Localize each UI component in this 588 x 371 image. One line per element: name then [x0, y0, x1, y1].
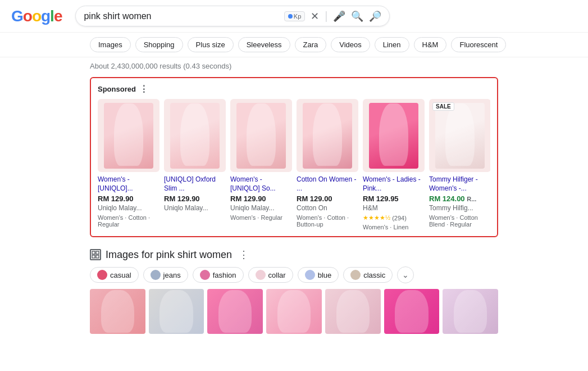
svg-rect-0 — [92, 251, 95, 254]
product-title-6[interactable]: Tommy Hilfiger - Women's -... — [429, 175, 490, 193]
more-filters-button[interactable]: ⌄ — [397, 266, 414, 283]
product-price-4: RM 129.00 — [297, 194, 358, 203]
product-price-5: RM 129.95 — [363, 194, 425, 203]
images-section: Images for pink shirt women ⋮ casual jea… — [0, 244, 588, 338]
images-header: Images for pink shirt women ⋮ — [90, 248, 498, 261]
clear-search-button[interactable]: ✕ — [311, 10, 319, 22]
product-image-6 — [429, 99, 490, 172]
rating-count-5: (294) — [392, 215, 407, 221]
product-card-4[interactable]: Cotton On Women - ... RM 129.00 Cotton O… — [297, 99, 358, 230]
img-pill-thumb-fashion — [200, 270, 210, 280]
product-card-3[interactable]: Women's - [UNIQLO] So... RM 129.90 Uniql… — [230, 99, 292, 230]
filter-pills-bar: Images Shopping Plus size Sleeveless Zar… — [0, 33, 588, 57]
products-row: Women's - [UNIQLO]... RM 129.90 Uniqlo M… — [98, 99, 490, 230]
product-image-4 — [297, 99, 358, 172]
filter-pill-zara[interactable]: Zara — [295, 37, 327, 52]
product-cloth-img-6 — [435, 103, 485, 169]
image-thumb-4[interactable] — [266, 289, 322, 334]
product-card-1[interactable]: Women's - [UNIQLO]... RM 129.90 Uniqlo M… — [98, 99, 159, 230]
product-store-5: H&M — [363, 204, 425, 212]
product-card-2[interactable]: [UNIQLO] Oxford Slim ... RM 129.90 Uniql… — [164, 99, 226, 230]
product-cloth-img-3 — [236, 103, 286, 169]
header: Google Kp ✕ | 🎤 🔍 🔎 — [0, 0, 588, 33]
images-section-icon — [90, 249, 101, 260]
img-filter-blue[interactable]: blue — [298, 267, 339, 283]
product-cloth-img-5 — [369, 103, 418, 169]
product-tags-6: Women's · Cotton Blend · Regular — [429, 214, 490, 228]
img-pill-thumb-blue — [305, 270, 315, 280]
filter-pill-sleeveless[interactable]: Sleeveless — [238, 37, 290, 52]
product-card-5[interactable]: Women's - Ladies - Pink... RM 129.95 H&M… — [363, 99, 425, 230]
product-title-5[interactable]: Women's - Ladies - Pink... — [363, 175, 425, 193]
product-image-2 — [164, 99, 226, 172]
sponsored-label: Sponsored ⋮ — [98, 84, 490, 94]
img-filter-collar[interactable]: collar — [248, 267, 293, 283]
product-cloth-img-4 — [303, 103, 352, 169]
product-title-1[interactable]: Women's - [UNIQLO]... — [98, 175, 159, 193]
image-thumb-3[interactable] — [207, 289, 263, 334]
img-pill-thumb-classic — [350, 270, 361, 280]
img-filter-jeans[interactable]: jeans — [143, 267, 188, 283]
divider: | — [325, 10, 327, 22]
product-store-2: Uniqlo Malay... — [164, 204, 226, 212]
filter-pill-hm[interactable]: H&M — [414, 37, 447, 52]
product-store-4: Cotton On — [297, 204, 358, 212]
search-button[interactable]: 🔎 — [369, 10, 381, 22]
product-card-6[interactable]: Tommy Hilfiger - Women's -... RM 124.00 … — [429, 99, 490, 230]
product-price-6: RM 124.00 R... — [429, 194, 490, 203]
images-more-options-button[interactable]: ⋮ — [239, 248, 249, 261]
product-store-3: Uniqlo Malay... — [230, 204, 292, 212]
product-store-6: Tommy Hilfig... — [429, 204, 490, 212]
image-thumb-1[interactable] — [90, 289, 145, 334]
filter-pill-fluorescent[interactable]: Fluorescent — [451, 37, 506, 52]
image-thumb-5[interactable] — [325, 289, 381, 334]
product-tags-3: Women's · Regular — [230, 214, 292, 221]
product-title-4[interactable]: Cotton On Women - ... — [297, 175, 358, 193]
img-filter-fashion[interactable]: fashion — [193, 267, 244, 283]
product-price-2: RM 129.90 — [164, 194, 226, 203]
search-input[interactable] — [84, 11, 284, 21]
image-thumb-6[interactable] — [384, 289, 440, 334]
product-price-1: RM 129.90 — [98, 194, 159, 203]
results-info: About 2,430,000,000 results (0.43 second… — [0, 57, 588, 75]
svg-rect-1 — [96, 251, 99, 254]
product-tags-5: Women's · Linen — [363, 224, 425, 230]
filter-pill-plus-size[interactable]: Plus size — [188, 37, 234, 52]
lens-search-button[interactable]: 🔍 — [351, 10, 363, 22]
product-price-3: RM 129.90 — [230, 194, 292, 203]
img-pill-thumb-collar — [256, 270, 266, 280]
product-title-2[interactable]: [UNIQLO] Oxford Slim ... — [164, 175, 226, 193]
kbd-badge: Kp — [284, 11, 305, 21]
sponsored-section: Sponsored ⋮ Women's - [UNIQLO]... RM 129… — [90, 77, 498, 237]
product-image-1 — [98, 99, 159, 172]
voice-search-button[interactable]: 🎤 — [333, 10, 345, 22]
product-rating-5: ★★★★½ (294) — [363, 214, 425, 221]
img-pill-thumb-casual — [97, 270, 107, 280]
img-filter-classic[interactable]: classic — [343, 267, 393, 283]
filter-pill-images[interactable]: Images — [90, 37, 131, 52]
product-cloth-img-1 — [104, 103, 153, 169]
img-filter-casual[interactable]: casual — [90, 267, 139, 283]
filter-pill-linen[interactable]: Linen — [375, 37, 409, 52]
google-logo: Google — [11, 7, 62, 25]
product-title-3[interactable]: Women's - [UNIQLO] So... — [230, 175, 292, 193]
stars-5: ★★★★½ — [363, 214, 390, 221]
filter-pill-shopping[interactable]: Shopping — [135, 37, 183, 52]
image-filter-pills: casual jeans fashion collar blue classic… — [90, 266, 498, 283]
product-store-1: Uniqlo Malay... — [98, 204, 159, 212]
image-thumb-2[interactable] — [149, 289, 204, 334]
image-thumb-7[interactable] — [443, 289, 498, 334]
image-thumbnails-row — [90, 289, 498, 334]
filter-pill-videos[interactable]: Videos — [331, 37, 370, 52]
svg-rect-2 — [92, 255, 95, 258]
product-tags-1: Women's · Cotton · Regular — [98, 214, 159, 228]
product-image-3 — [230, 99, 292, 172]
sponsored-options-button[interactable]: ⋮ — [139, 84, 148, 94]
product-image-5 — [363, 99, 425, 172]
search-bar[interactable]: Kp ✕ | 🎤 🔍 🔎 — [75, 6, 390, 26]
images-section-title: Images for pink shirt women — [106, 249, 232, 261]
product-tags-4: Women's · Cotton · Button-up — [297, 214, 358, 228]
svg-rect-3 — [96, 255, 99, 258]
product-cloth-img-2 — [170, 103, 220, 169]
img-pill-thumb-jeans — [151, 270, 161, 280]
